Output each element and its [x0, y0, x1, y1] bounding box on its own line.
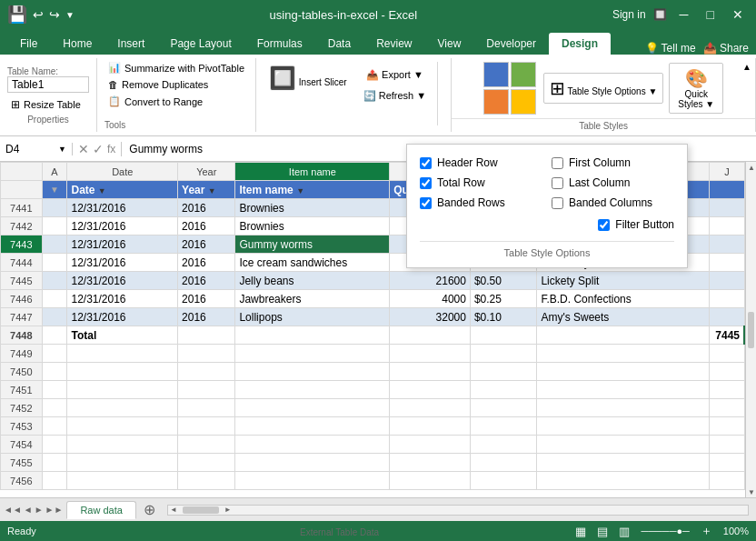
tab-review[interactable]: Review: [363, 33, 424, 55]
layout-icon[interactable]: ▤: [597, 525, 608, 538]
scroll-up-arrow[interactable]: ▲: [746, 162, 756, 173]
col-header-item[interactable]: Item name: [235, 163, 390, 181]
insert-slicer-button[interactable]: 🔲 Insert Slicer: [264, 62, 353, 95]
last-column-checkbox[interactable]: [552, 177, 563, 189]
cell-7441-item[interactable]: Brownies: [235, 199, 390, 217]
cell-7447-qty[interactable]: 32000: [390, 308, 471, 326]
col-item-header[interactable]: Item name ▼: [235, 181, 390, 199]
resize-table-button[interactable]: ⊞ Resize Table: [7, 96, 89, 113]
zoom-slider[interactable]: ─────●─: [641, 526, 689, 536]
cell-7441-date[interactable]: 12/31/2016: [67, 199, 178, 217]
col-header-date[interactable]: Date: [67, 163, 178, 181]
cell-7445-date[interactable]: 12/31/2016: [67, 272, 178, 290]
filter-button-option[interactable]: Filter Button: [598, 215, 674, 234]
banded-columns-checkbox[interactable]: [552, 197, 563, 209]
quick-styles-button[interactable]: 🎨 Quick Styles ▼: [669, 63, 723, 114]
cell-7445-year[interactable]: 2016: [178, 272, 235, 290]
cell-7447-date[interactable]: 12/31/2016: [67, 308, 178, 326]
cell-7444-a[interactable]: [42, 254, 67, 272]
cell-7447-unit[interactable]: $0.10: [470, 308, 536, 326]
filter-button-checkbox[interactable]: [598, 219, 610, 231]
cell-7444-year[interactable]: 2016: [178, 254, 235, 272]
cell-7447-vendor[interactable]: Amy's Sweets: [537, 308, 710, 326]
tab-data[interactable]: Data: [315, 33, 363, 55]
scroll-right-arrow[interactable]: ►: [223, 506, 234, 514]
cell-7447-a[interactable]: [42, 308, 67, 326]
tell-me-icon[interactable]: 💡 Tell me: [645, 42, 696, 55]
confirm-formula-icon[interactable]: ✓: [93, 142, 104, 156]
col-header-J[interactable]: J: [710, 163, 744, 181]
cell-7443-j[interactable]: [710, 235, 744, 254]
cell-7448-qty[interactable]: [390, 326, 471, 345]
cell-mode-icon[interactable]: ▦: [575, 525, 586, 538]
cell-7443-item[interactable]: Gummy worms: [235, 235, 390, 254]
cell-7445-unit[interactable]: $0.50: [470, 272, 536, 290]
cell-7446-date[interactable]: 12/31/2016: [67, 290, 178, 308]
banded-rows-option[interactable]: Banded Rows: [420, 194, 542, 212]
cell-7446-a[interactable]: [42, 290, 67, 308]
cell-7442-date[interactable]: 12/31/2016: [67, 217, 178, 235]
cancel-formula-icon[interactable]: ✕: [78, 142, 89, 156]
header-row-checkbox[interactable]: [420, 157, 432, 169]
sheet-tab-raw-data[interactable]: Raw data: [66, 501, 135, 519]
minimize-button[interactable]: ─: [674, 5, 694, 24]
cell-7444-item[interactable]: Ice cream sandwiches: [235, 254, 390, 272]
collapse-icon[interactable]: ▲: [742, 62, 751, 72]
col-date-header[interactable]: Date ▼: [67, 181, 178, 199]
tab-insert[interactable]: Insert: [104, 33, 157, 55]
cell-7448-a[interactable]: [42, 326, 67, 345]
cell-7447-year[interactable]: 2016: [178, 308, 235, 326]
share-button[interactable]: 📤 Share: [703, 42, 749, 55]
scroll-thumb[interactable]: [748, 312, 754, 348]
cell-7448-total-label[interactable]: Total: [67, 326, 178, 345]
export-button[interactable]: 📤 Export ▼: [358, 65, 433, 85]
banded-columns-option[interactable]: Banded Columns: [552, 194, 674, 212]
cell-reference-box[interactable]: D4 ▼: [0, 143, 73, 155]
table-name-input[interactable]: [7, 76, 89, 93]
total-row-option[interactable]: Total Row: [420, 174, 542, 192]
cell-7442-item[interactable]: Brownies: [235, 217, 390, 235]
scroll-down-arrow[interactable]: ▼: [746, 486, 756, 497]
close-button[interactable]: ✕: [727, 5, 749, 24]
col-a-header[interactable]: ▼: [42, 181, 67, 199]
cell-7448-unit[interactable]: [470, 326, 536, 345]
page-break-icon[interactable]: ▥: [619, 525, 630, 538]
remove-duplicates-button[interactable]: 🗑 Remove Duplicates: [104, 77, 248, 92]
cell-7448-total-val[interactable]: 7445: [710, 326, 744, 345]
tab-page-layout[interactable]: Page Layout: [157, 33, 244, 55]
tab-home[interactable]: Home: [50, 33, 104, 55]
cell-7445-item[interactable]: Jelly beans: [235, 272, 390, 290]
ribbon-toggle-icon[interactable]: 🔲: [653, 8, 667, 21]
quick-access-dropdown[interactable]: ▼: [65, 10, 75, 20]
sheet-nav-right-icon[interactable]: ►►: [45, 505, 64, 515]
cell-7444-date[interactable]: 12/31/2016: [67, 254, 178, 272]
first-column-option[interactable]: First Column: [552, 154, 674, 172]
summarize-pivot-button[interactable]: 📊 Summarize with PivotTable: [104, 60, 248, 75]
tab-design[interactable]: Design: [549, 33, 611, 55]
cell-7446-unit[interactable]: $0.25: [470, 290, 536, 308]
table-style-options-button[interactable]: ⊞ Table Style Options ▼: [543, 73, 663, 104]
style-swatch-3[interactable]: [483, 89, 509, 115]
sheet-nav-next-icon[interactable]: ►: [35, 505, 44, 515]
zoom-plus-icon[interactable]: ＋: [701, 523, 712, 539]
col-j-header[interactable]: [710, 181, 744, 199]
col-year-header[interactable]: Year ▼: [178, 181, 235, 199]
banded-rows-checkbox[interactable]: [420, 197, 432, 209]
add-sheet-button[interactable]: ⊕: [140, 501, 160, 519]
cell-7446-qty[interactable]: 4000: [390, 290, 471, 308]
cell-7448-year[interactable]: [178, 326, 235, 345]
style-swatch-4[interactable]: [511, 89, 536, 115]
undo-icon[interactable]: ↩: [33, 7, 44, 22]
cell-7443-date[interactable]: 12/31/2016: [67, 235, 178, 254]
style-swatch-1[interactable]: [483, 62, 509, 87]
tab-view[interactable]: View: [425, 33, 474, 55]
cell-7442-a[interactable]: [42, 217, 67, 235]
cell-ref-chevron[interactable]: ▼: [58, 145, 66, 154]
cell-7446-item[interactable]: Jawbreakers: [235, 290, 390, 308]
sheet-nav-left-icon[interactable]: ◄◄: [4, 505, 22, 515]
cell-7447-item[interactable]: Lollipops: [235, 308, 390, 326]
tab-developer[interactable]: Developer: [473, 33, 549, 55]
cell-7447-j[interactable]: [710, 308, 744, 326]
tab-formulas[interactable]: Formulas: [244, 33, 315, 55]
sign-in-button[interactable]: Sign in: [612, 8, 646, 21]
